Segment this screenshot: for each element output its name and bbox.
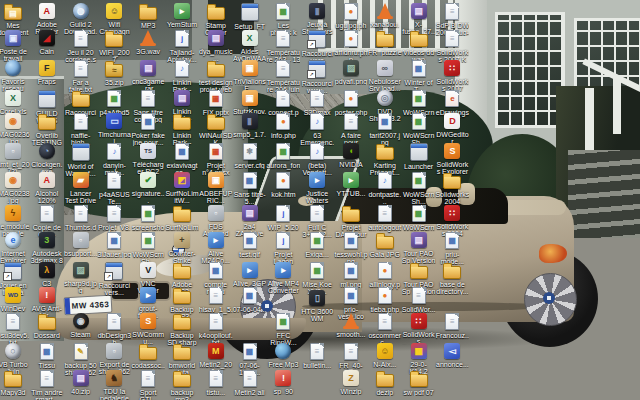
desktop-icon[interactable]: ▰Lancer Test Drive Unli... <box>64 172 98 204</box>
desktop-icon[interactable]: ▤40.zip <box>64 370 98 395</box>
desktop-icon[interactable]: jTajland-Apiwlay... <box>165 30 199 63</box>
desktop-icon[interactable]: ≡Far a faire.txt <box>64 60 98 93</box>
desktop-icon[interactable]: ▨sharp9d.jpg <box>64 262 98 294</box>
desktop-icon[interactable]: ♪dontpaste... <box>368 172 402 205</box>
desktop-icon[interactable]: ◖NVIDIA <box>334 143 368 168</box>
desktop-icon[interactable]: jProjet Lagon <box>266 232 300 265</box>
desktop-icon[interactable]: Linkin Park - Minutes To... <box>165 113 199 146</box>
desktop-icon[interactable]: ◢Cain <box>30 30 64 55</box>
desktop-icon[interactable]: ▩07-06-04... <box>233 287 267 313</box>
desktop-icon[interactable]: TSTélécharger PC2 <box>131 143 165 175</box>
desktop-icon[interactable]: ▩Tissu <box>30 343 64 369</box>
desktop-icon[interactable]: ▩WoWScrnSh... <box>131 232 165 265</box>
desktop-icon[interactable]: ∷SolidWorks Educatio... <box>402 313 436 345</box>
desktop-icon[interactable]: ▭Timchurnal <box>97 113 131 145</box>
desktop-icon[interactable]: Mapy3d <box>0 370 30 396</box>
desktop-icon[interactable]: sw pdf 07 <box>402 370 436 396</box>
desktop-icon[interactable]: ≡Tim andre smart... <box>30 370 64 400</box>
desktop-icon[interactable]: ≡Jeu il 20 corrigee.sql <box>64 30 98 63</box>
desktop-icon[interactable]: Favoris réseau <box>0 60 30 92</box>
desktop-icon[interactable]: ▤dya_music... <box>199 30 233 62</box>
desktop-icon[interactable]: ●affidnru.php <box>334 30 368 63</box>
desktop-icon[interactable]: Videos dd wap <box>402 30 436 63</box>
desktop-icon[interactable]: MP3 <box>131 3 165 29</box>
desktop-icon[interactable]: ▫amt_et_20 (2) <box>0 143 30 175</box>
desktop-icon[interactable]: DDWGeditor <box>435 113 469 145</box>
desktop-icon[interactable]: ◔Clockgen.exe <box>30 143 64 175</box>
desktop-icon[interactable]: Free Mp3 <box>266 343 300 368</box>
desktop-icon[interactable]: ▩WoWScrnSh... <box>402 172 436 205</box>
desktop-icon[interactable]: 3Autodesk 3ds max 8 <box>30 232 64 264</box>
desktop-icon[interactable]: ▸Alive M24Co... <box>199 232 233 264</box>
desktop-icon[interactable]: ≡A faire pour FAR.txt <box>334 113 368 146</box>
desktop-icon[interactable]: ▩Winter of T... <box>402 60 436 93</box>
desktop-icon[interactable]: ▩3lJauer.jpg <box>97 232 131 258</box>
desktop-icon[interactable]: ▩WoWScrnSh... <box>402 113 436 146</box>
desktop-icon[interactable]: ●tieba.php <box>368 287 402 313</box>
desktop-icon[interactable]: Raccourci www... <box>300 60 334 94</box>
desktop-icon[interactable]: ≡SolidWorks 2007 K S... <box>435 30 469 63</box>
desktop-icon[interactable]: Launcher <box>402 143 436 170</box>
desktop-icon[interactable]: FFraps <box>30 60 64 85</box>
desktop-icon[interactable]: ▮smp5_1.7... <box>233 113 267 145</box>
desktop-icon[interactable]: smooth... <box>334 313 368 338</box>
desktop-icon[interactable]: ≈35.zip <box>97 60 131 86</box>
desktop-icon[interactable]: ◩SurfNoLimitW... <box>165 172 199 204</box>
desktop[interactable]: MW 4363 ▤Mes documentsAAdobe Reader 7.0◍… <box>0 0 640 400</box>
desktop-icon[interactable]: SSolidWorks Explorer <box>435 143 469 175</box>
desktop-icon[interactable]: ∷SolidWorks 2007 SP3.0 <box>435 60 469 92</box>
desktop-icon[interactable]: ≡p4aASUSTe... <box>97 172 131 205</box>
desktop-icon[interactable]: λC3 <box>30 262 64 287</box>
desktop-icon[interactable]: SSWCommu... <box>131 313 165 345</box>
desktop-icon[interactable]: XCorel.xls <box>0 90 30 115</box>
desktop-icon[interactable]: Solidworks 2004 Club... <box>435 172 469 205</box>
desktop-icon[interactable]: Backup SD sharp 902 <box>165 313 199 346</box>
desktop-icon[interactable]: ♪Linkin Park - Minutes T... <box>165 60 199 93</box>
desktop-icon[interactable]: AAlcohol 120% <box>30 172 64 204</box>
desktop-icon[interactable]: ≡bsu3dev5.txt <box>0 313 30 346</box>
desktop-icon[interactable]: ZWinzip <box>334 370 368 395</box>
desktop-icon[interactable]: ≡Francouz... <box>435 313 469 346</box>
desktop-icon[interactable]: dezip <box>368 370 402 396</box>
desktop-icon[interactable]: ▩Exiga... <box>300 232 334 258</box>
desktop-icon[interactable]: ▩FFC RippW... <box>266 313 300 346</box>
desktop-icon[interactable]: ▩Sans titre-5... <box>233 172 267 205</box>
desktop-icon[interactable]: Raccourci vers... <box>97 262 131 296</box>
desktop-icon[interactable]: XAides AyOnWAACad.xls <box>233 30 267 62</box>
desktop-icon[interactable]: ▩test.gif <box>233 232 267 258</box>
desktop-icon[interactable]: ≡k4oopilouf.txt <box>199 313 233 346</box>
desktop-icon[interactable]: 3G.wav <box>131 30 165 55</box>
desktop-icon[interactable]: ▣ADBEFUPRIC... <box>199 172 233 204</box>
desktop-icon[interactable]: ♪63 Emergenc... <box>300 113 334 146</box>
desktop-icon[interactable]: ▤Tour PAO Sp Version 1... <box>402 232 436 264</box>
desktop-icon[interactable]: ▸YemStum <box>165 3 199 28</box>
desktop-icon[interactable]: eInternet Explorer <box>0 232 30 264</box>
desktop-icon[interactable]: ≡Sport GTI... <box>131 370 165 400</box>
desktop-icon[interactable]: ▨pdyafi.png <box>334 60 368 85</box>
desktop-icon[interactable]: ▩ml.png <box>334 262 368 288</box>
desktop-icon[interactable]: ☺N-Aix... <box>368 343 402 368</box>
desktop-icon[interactable]: ✱server.cfg <box>233 143 267 169</box>
desktop-icon[interactable]: ▩priu-mode... <box>435 232 469 265</box>
desktop-icon[interactable]: ◉IMAG0238.jpg <box>0 172 30 204</box>
desktop-icon[interactable]: +Counter-Strike Téléch... <box>165 232 199 264</box>
desktop-icon[interactable]: WIFI_2007 <box>97 30 131 63</box>
desktop-icon[interactable]: ▩Poker fake jne pour... <box>131 113 165 146</box>
desktop-icon[interactable]: ♞TDU la pedalerie <box>97 370 131 400</box>
desktop-icon[interactable]: Dossard <box>30 313 64 339</box>
desktop-icon[interactable]: !sp_90 <box>266 370 300 395</box>
desktop-icon[interactable]: ≡tistu... <box>199 370 233 396</box>
desktop-icon[interactable]: ≡oscommerc... <box>368 313 402 346</box>
desktop-icon[interactable]: ▫bsupport... <box>64 232 98 257</box>
desktop-icon[interactable]: ∞Nebuloser Srv load... <box>368 60 402 92</box>
desktop-icon[interactable]: ◉Steam <box>64 313 98 338</box>
desktop-icon[interactable]: FR_puzzle <box>368 30 402 56</box>
desktop-icon[interactable]: Gala JPG <box>368 232 402 258</box>
desktop-icon[interactable]: ◅annonce... <box>435 343 469 368</box>
desktop-icon[interactable]: ≡naffie-high... <box>64 113 98 146</box>
desktop-icon[interactable]: ▣Poste de travail <box>0 30 30 62</box>
desktop-icon[interactable]: ▸Alive MP4 Converter <box>266 262 300 294</box>
desktop-icon[interactable]: ▸YTTUB... <box>334 172 368 197</box>
desktop-icon[interactable]: ▣TriVialionsE... <box>233 60 267 92</box>
desktop-icon[interactable]: ≡Température 263 - 13 ju... <box>266 30 300 63</box>
